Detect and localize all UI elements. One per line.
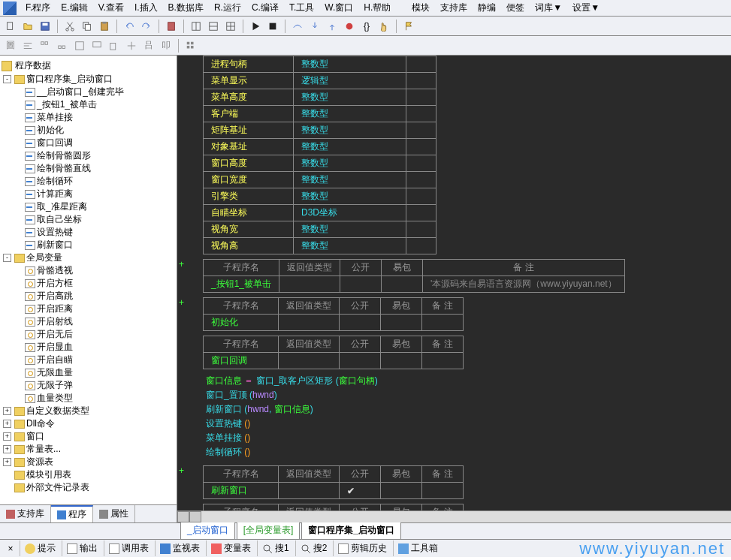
- var-row[interactable]: 对象基址整数型: [204, 139, 436, 155]
- var-row[interactable]: 窗口高度整数型: [204, 155, 436, 172]
- copy-icon[interactable]: [80, 19, 95, 34]
- tree-sub-item[interactable]: 刷新窗口: [2, 239, 175, 251]
- tree-sub-item[interactable]: 取_准星距离: [2, 200, 175, 213]
- layout2-icon[interactable]: [206, 19, 221, 34]
- sub2-name[interactable]: 初始化: [204, 315, 279, 331]
- menu-compile[interactable]: C.编译: [247, 0, 283, 16]
- tree-global-item[interactable]: 血量类型: [2, 392, 175, 405]
- ruler-icon[interactable]: 吕: [141, 38, 156, 53]
- code-line[interactable]: 菜单挂接 (): [206, 431, 731, 445]
- tree-root[interactable]: 程序数据: [2, 59, 175, 73]
- expander-icon[interactable]: +: [3, 445, 11, 453]
- tree-sub-item[interactable]: 绘制循环: [2, 175, 175, 188]
- tree-global-item[interactable]: 开启方框: [2, 277, 175, 290]
- cut-icon[interactable]: [62, 19, 77, 34]
- var-row[interactable]: 自瞄坐标D3D坐标: [204, 205, 436, 221]
- output-button[interactable]: 输出: [62, 540, 102, 556]
- fold-icon[interactable]: +: [179, 465, 184, 476]
- var-row[interactable]: 菜单显示逻辑型: [204, 73, 436, 89]
- hscroll[interactable]: [177, 510, 731, 522]
- tree-other-item[interactable]: 模块引用表: [2, 468, 175, 481]
- step-out-icon[interactable]: [325, 19, 340, 34]
- var-row[interactable]: 矩阵基址整数型: [204, 122, 436, 139]
- new-icon[interactable]: [3, 19, 18, 34]
- var-row[interactable]: 视角高整数型: [204, 238, 436, 254]
- tree-other-item[interactable]: +窗口: [2, 430, 175, 443]
- tree-sub-item[interactable]: 取自己坐标: [2, 213, 175, 226]
- expander-icon[interactable]: +: [3, 432, 11, 441]
- tree-sub-item[interactable]: 绘制骨骼直线: [2, 162, 175, 175]
- layout1-icon[interactable]: [189, 19, 204, 34]
- var-row[interactable]: 客户端整数型: [204, 106, 436, 122]
- run-icon[interactable]: [248, 19, 263, 34]
- toolbox-button[interactable]: 工具箱: [393, 540, 443, 556]
- menu-database[interactable]: B.数据库: [164, 0, 208, 16]
- doc-tab-globals[interactable]: [全局变量表]: [237, 521, 301, 539]
- fold-icon[interactable]: +: [179, 297, 184, 308]
- var-row[interactable]: 窗口宽度整数型: [204, 172, 436, 188]
- tree-global-item[interactable]: 无限子弹: [2, 379, 175, 392]
- tab-support-lib[interactable]: 支持库: [0, 505, 51, 522]
- zoom-icon[interactable]: 叩: [159, 38, 174, 53]
- tree-sub-item[interactable]: _按钮1_被单击: [2, 98, 175, 111]
- tree-other-item[interactable]: +Dll命令: [2, 417, 175, 430]
- menu-insert[interactable]: I.插入: [130, 0, 162, 16]
- form2-icon[interactable]: [89, 38, 104, 53]
- menu-note[interactable]: 便签: [502, 0, 529, 16]
- tree-global-item[interactable]: 开启射线: [2, 315, 175, 328]
- step-over-icon[interactable]: [290, 19, 305, 34]
- fold-icon[interactable]: +: [179, 259, 184, 269]
- var-row[interactable]: 进程句柄整数型: [204, 56, 436, 73]
- cliphistory-button[interactable]: 剪辑历史: [333, 540, 391, 556]
- calltable-button[interactable]: 调用表: [104, 540, 153, 556]
- paste-icon[interactable]: [97, 19, 112, 34]
- tree-other-item[interactable]: +常量表...: [2, 443, 175, 456]
- layout3-icon[interactable]: [223, 19, 238, 34]
- tree-sub-item[interactable]: 窗口回调: [2, 137, 175, 149]
- tree-sub-item[interactable]: 菜单挂接: [2, 111, 175, 124]
- expand-icon[interactable]: [124, 38, 139, 53]
- align-icon[interactable]: [20, 38, 35, 53]
- sub3-name[interactable]: 窗口回调: [204, 353, 279, 369]
- var-row[interactable]: 视角宽整数型: [204, 221, 436, 238]
- breakpoint-icon[interactable]: [342, 19, 357, 34]
- scroll-right-icon[interactable]: [189, 511, 201, 522]
- menu-program[interactable]: F.程序: [21, 0, 55, 16]
- tree-sub-item[interactable]: __启动窗口_创建完毕: [2, 86, 175, 98]
- grid2-icon[interactable]: [55, 38, 70, 53]
- hand-icon[interactable]: [376, 19, 391, 34]
- tree-global-item[interactable]: 骨骼透视: [2, 264, 175, 277]
- expander-icon[interactable]: +: [3, 420, 11, 428]
- menu-view[interactable]: V.查看: [94, 0, 128, 16]
- menu-run[interactable]: R.运行: [210, 0, 246, 16]
- redo-icon[interactable]: [139, 19, 154, 34]
- code-editor[interactable]: 进程句柄整数型菜单显示逻辑型菜单高度整数型客户端整数型矩阵基址整数型对象基址整数…: [177, 56, 731, 522]
- doc-tab-winset[interactable]: 窗口程序集_启动窗口: [301, 521, 401, 539]
- tree-global-item[interactable]: 开启自瞄: [2, 354, 175, 366]
- var-row[interactable]: 菜单高度整数型: [204, 89, 436, 106]
- tree-other-item[interactable]: +资源表: [2, 456, 175, 468]
- vartable-button[interactable]: 变量表: [206, 540, 255, 556]
- project-tree[interactable]: 程序数据 -窗口程序集_启动窗口__启动窗口_创建完毕_按钮1_被单击菜单挂接初…: [0, 56, 177, 504]
- expander-icon[interactable]: -: [3, 254, 11, 262]
- sub4-name[interactable]: 刷新窗口: [204, 483, 279, 499]
- braces-icon[interactable]: {}: [359, 19, 374, 34]
- tree-sub-item[interactable]: 初始化: [2, 124, 175, 137]
- tip-button[interactable]: 提示: [20, 540, 60, 556]
- form1-icon[interactable]: [72, 38, 87, 53]
- tree-global-item[interactable]: 开启距离: [2, 303, 175, 315]
- menu-dict[interactable]: 词库▼: [530, 0, 566, 16]
- tree-global-item[interactable]: 开启高跳: [2, 290, 175, 303]
- expander-icon[interactable]: +: [3, 407, 11, 415]
- tab-properties[interactable]: 属性: [93, 505, 135, 522]
- stop-icon[interactable]: [265, 19, 280, 34]
- form3-icon[interactable]: [107, 38, 122, 53]
- tree-globals[interactable]: -全局变量: [2, 251, 175, 264]
- tree-global-item[interactable]: 开启显血: [2, 341, 175, 354]
- expander-icon[interactable]: -: [3, 75, 11, 83]
- menu-lib[interactable]: 支持库: [436, 0, 472, 16]
- doc-tab-startwin[interactable]: _启动窗口: [180, 521, 235, 539]
- tree-sub-item[interactable]: 计算距离: [2, 188, 175, 200]
- tree-other-item[interactable]: +自定义数据类型: [2, 405, 175, 417]
- search2-button[interactable]: 搜2: [295, 540, 332, 556]
